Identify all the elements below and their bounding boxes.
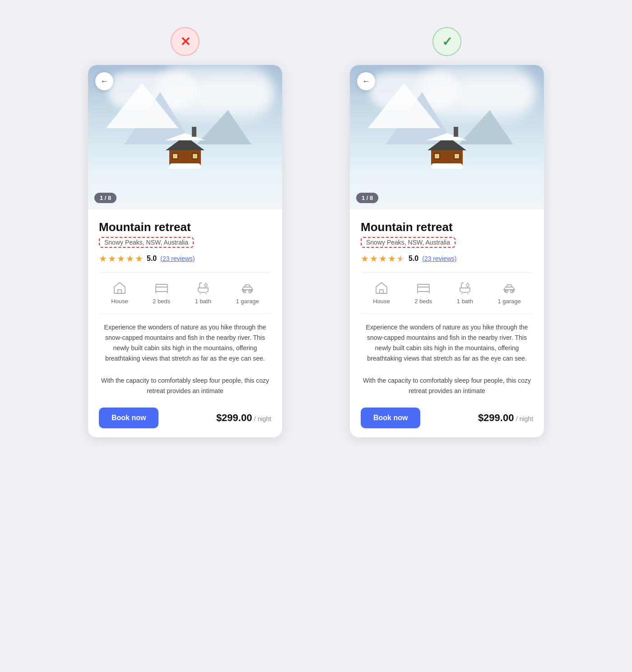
left-price-container: $299.00 / night — [216, 412, 271, 424]
image-counter-right: 1 / 8 — [356, 193, 378, 203]
left-card: ← 1 / 8 Mountain retreat Snowy Peaks, NS… — [88, 65, 282, 437]
bed-icon-left — [154, 281, 169, 295]
right-price-container: $299.00 / night — [478, 412, 533, 424]
right-amenity-car: 1 garage — [497, 281, 520, 305]
left-card-footer: Book now $299.00 / night — [88, 400, 282, 437]
star-1-left: ★ — [99, 253, 107, 264]
left-location-badge: Snowy Peaks, NSW, Australia — [99, 237, 194, 248]
left-price-suffix: / night — [254, 415, 271, 422]
right-column: ✓ — [330, 27, 564, 437]
left-amenity-bath-label: 1 bath — [195, 298, 211, 305]
right-property-title: Mountain retreat — [361, 220, 533, 234]
page-container: ✕ — [68, 27, 564, 437]
svg-rect-0 — [118, 290, 121, 293]
svg-rect-1 — [156, 287, 167, 292]
left-amenity-house-label: House — [111, 298, 128, 305]
image-counter-left: 1 / 8 — [94, 193, 116, 203]
right-amenities-row: House 2 beds — [361, 281, 533, 305]
left-rating-reviews[interactable]: (23 reviews) — [160, 255, 195, 262]
right-stars: ★ ★ ★ ★ ★ ★ — [361, 253, 405, 264]
left-description-1: Experience the wonders of nature as you … — [99, 322, 271, 364]
cabin-left — [169, 148, 201, 169]
house-icon-right — [374, 281, 389, 295]
bath-icon-right — [458, 281, 472, 295]
left-amenity-bed: 2 beds — [153, 281, 170, 305]
right-rating-score: 5.0 — [409, 255, 418, 263]
cabin-right — [431, 148, 463, 169]
star-1-right: ★ — [361, 253, 369, 264]
star-5-right: ★ ★ — [397, 253, 405, 264]
left-divider — [99, 272, 271, 273]
left-price-amount: $299.00 — [216, 412, 252, 423]
right-amenity-bath-label: 1 bath — [457, 298, 473, 305]
star-3-left: ★ — [117, 253, 125, 264]
wrong-indicator: ✕ — [171, 27, 200, 56]
bath-icon-left — [196, 281, 210, 295]
right-card-image: ← 1 / 8 — [350, 65, 544, 209]
right-amenity-house: House — [373, 281, 390, 305]
left-stars: ★ ★ ★ ★ ★ — [99, 253, 143, 264]
right-card-content: Mountain retreat Snowy Peaks, NSW, Austr… — [350, 209, 544, 397]
right-rating-row: ★ ★ ★ ★ ★ ★ 5.0 (23 reviews) — [361, 253, 533, 264]
right-book-button[interactable]: Book now — [361, 408, 420, 428]
back-button-left[interactable]: ← — [95, 72, 113, 90]
svg-rect-6 — [418, 287, 429, 292]
left-amenity-car-label: 1 garage — [236, 298, 259, 305]
car-icon-left — [240, 281, 255, 295]
right-amenity-house-label: House — [373, 298, 390, 305]
left-card-content: Mountain retreat Snowy Peaks, NSW, Austr… — [88, 209, 282, 397]
correct-indicator: ✓ — [432, 27, 461, 56]
left-rating-score: 5.0 — [147, 255, 157, 263]
mountain-scene-right — [350, 65, 544, 209]
back-arrow-right: ← — [362, 77, 370, 86]
right-card-footer: Book now $299.00 / night — [350, 400, 544, 437]
star-4-right: ★ — [388, 253, 396, 264]
left-property-title: Mountain retreat — [99, 220, 271, 234]
right-card: ← 1 / 8 Mountain retreat Snowy Peaks, NS… — [350, 65, 544, 437]
left-divider2 — [99, 314, 271, 314]
right-amenity-bed: 2 beds — [414, 281, 432, 305]
left-amenities-row: House 2 beds — [99, 281, 271, 305]
svg-rect-5 — [380, 290, 383, 293]
star-2-right: ★ — [370, 253, 378, 264]
right-price-suffix: / night — [516, 415, 533, 422]
left-amenity-house: House — [111, 281, 128, 305]
left-column: ✕ — [68, 27, 302, 437]
right-location-badge: Snowy Peaks, NSW, Australia — [361, 237, 455, 248]
right-amenity-bath: 1 bath — [457, 281, 473, 305]
star-2-left: ★ — [108, 253, 116, 264]
car-icon-right — [502, 281, 516, 295]
mountain-scene-left — [88, 65, 282, 209]
house-icon-left — [112, 281, 127, 295]
left-card-image: ← 1 / 8 — [88, 65, 282, 209]
left-amenity-bed-label: 2 beds — [153, 298, 170, 305]
svg-point-7 — [466, 284, 469, 287]
left-amenity-car: 1 garage — [236, 281, 259, 305]
right-price-amount: $299.00 — [478, 412, 514, 423]
left-amenity-bath: 1 bath — [195, 281, 211, 305]
right-amenity-car-label: 1 garage — [497, 298, 520, 305]
right-divider — [361, 272, 533, 273]
right-description-1: Experience the wonders of nature as you … — [361, 322, 533, 364]
left-description-2: With the capacity to comfortably sleep f… — [99, 375, 271, 396]
star-5-left: ★ — [135, 253, 143, 264]
bed-icon-right — [416, 281, 431, 295]
star-4-left: ★ — [126, 253, 134, 264]
left-book-button[interactable]: Book now — [99, 408, 158, 428]
right-amenity-bed-label: 2 beds — [414, 298, 432, 305]
right-description-2: With the capacity to comfortably sleep f… — [361, 375, 533, 396]
left-rating-row: ★ ★ ★ ★ ★ 5.0 (23 reviews) — [99, 253, 271, 264]
back-arrow-left: ← — [100, 77, 108, 86]
right-rating-reviews[interactable]: (23 reviews) — [422, 255, 456, 262]
star-3-right: ★ — [379, 253, 387, 264]
svg-point-2 — [204, 284, 207, 287]
back-button-right[interactable]: ← — [357, 72, 375, 90]
right-divider2 — [361, 314, 533, 314]
